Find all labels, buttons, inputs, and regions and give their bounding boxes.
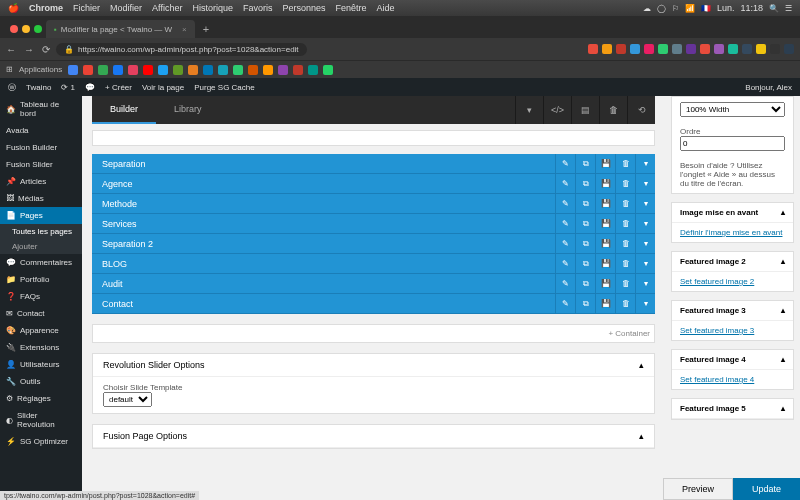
edit-icon[interactable]: ✎ <box>555 214 575 234</box>
sidebar-item-avada[interactable]: Avada <box>0 122 82 139</box>
ext-icon[interactable] <box>672 44 682 54</box>
bookmark-icon[interactable] <box>218 65 228 75</box>
sidebar-item-articles[interactable]: 📌 Articles <box>0 173 82 190</box>
delete-icon[interactable]: 🗑 <box>615 174 635 194</box>
sidebar-item-sgoptimizer[interactable]: ⚡ SG Optimizer <box>0 433 82 450</box>
expand-icon[interactable]: ▾ <box>635 154 655 174</box>
sidebar-item-fusion-builder[interactable]: Fusion Builder <box>0 139 82 156</box>
bookmark-icon[interactable] <box>323 65 333 75</box>
edit-icon[interactable]: ✎ <box>555 254 575 274</box>
sidebar-item-tools[interactable]: 🔧 Outils <box>0 373 82 390</box>
bookmark-icon[interactable] <box>98 65 108 75</box>
bookmark-icon[interactable] <box>203 65 213 75</box>
bookmark-icon[interactable] <box>173 65 183 75</box>
sidebar-item-medias[interactable]: 🖼 Médias <box>0 190 82 207</box>
history-icon[interactable]: ⟲ <box>627 96 655 124</box>
expand-icon[interactable]: ▾ <box>635 274 655 294</box>
order-input[interactable] <box>680 136 785 151</box>
clone-icon[interactable]: ⧉ <box>575 174 595 194</box>
builder-row[interactable]: Separation ✎⧉💾🗑▾ <box>92 154 655 174</box>
wp-purge[interactable]: Purge SG Cache <box>194 83 254 92</box>
delete-icon[interactable]: 🗑 <box>615 214 635 234</box>
set-featured-2-link[interactable]: Set featured image 2 <box>680 277 754 286</box>
sidebar-sub-all-pages[interactable]: Toutes les pages <box>0 224 82 239</box>
ext-icon[interactable] <box>784 44 794 54</box>
ext-icon[interactable] <box>644 44 654 54</box>
bookmark-icon[interactable] <box>248 65 258 75</box>
set-featured-link[interactable]: Définir l'image mise en avant <box>680 228 782 237</box>
address-bar[interactable]: 🔒 https://twaino.com/wp-admin/post.php?p… <box>56 43 307 56</box>
collapse-icon[interactable]: ▴ <box>639 360 644 370</box>
ext-icon[interactable] <box>770 44 780 54</box>
menu-aide[interactable]: Aide <box>377 3 395 13</box>
wp-new[interactable]: + Créer <box>105 83 132 92</box>
menu-icon[interactable]: ☰ <box>785 4 792 13</box>
edit-icon[interactable]: ✎ <box>555 174 575 194</box>
save-icon[interactable]: 💾 <box>595 294 615 314</box>
minimize-window[interactable] <box>22 25 30 33</box>
menu-modifier[interactable]: Modifier <box>110 3 142 13</box>
expand-icon[interactable]: ▾ <box>635 294 655 314</box>
bookmark-apps[interactable]: Applications <box>19 65 62 74</box>
ext-icon[interactable] <box>658 44 668 54</box>
update-button[interactable]: Update <box>733 478 800 500</box>
set-featured-3-link[interactable]: Set featured image 3 <box>680 326 754 335</box>
sidebar-item-users[interactable]: 👤 Utilisateurs <box>0 356 82 373</box>
ext-icon[interactable] <box>616 44 626 54</box>
expand-icon[interactable]: ▾ <box>635 174 655 194</box>
sidebar-sub-add[interactable]: Ajouter <box>0 239 82 254</box>
back-button[interactable]: ← <box>6 44 16 55</box>
new-tab-button[interactable]: + <box>195 20 217 38</box>
clone-icon[interactable]: ⧉ <box>575 214 595 234</box>
sidebar-item-appearance[interactable]: 🎨 Apparence <box>0 322 82 339</box>
ext-icon[interactable] <box>728 44 738 54</box>
save-icon[interactable]: 💾 <box>595 254 615 274</box>
save-icon[interactable]: 💾 <box>595 274 615 294</box>
bookmark-icon[interactable] <box>158 65 168 75</box>
forward-button[interactable]: → <box>24 44 34 55</box>
collapse-icon[interactable]: ▴ <box>639 431 644 441</box>
menu-fichier[interactable]: Fichier <box>73 3 100 13</box>
bookmark-icon[interactable] <box>83 65 93 75</box>
bookmark-icon[interactable] <box>278 65 288 75</box>
wp-site-name[interactable]: Twaino <box>26 83 51 92</box>
menu-favoris[interactable]: Favoris <box>243 3 273 13</box>
reload-button[interactable]: ⟳ <box>42 44 50 55</box>
save-icon[interactable]: 💾 <box>595 234 615 254</box>
ext-icon[interactable] <box>686 44 696 54</box>
save-icon[interactable]: 💾 <box>595 154 615 174</box>
expand-icon[interactable]: ▾ <box>635 234 655 254</box>
edit-icon[interactable]: ✎ <box>555 294 575 314</box>
ext-icon[interactable] <box>756 44 766 54</box>
sidebar-item-comments[interactable]: 💬 Commentaires <box>0 254 82 271</box>
builder-row[interactable]: Contact ✎⧉💾🗑▾ <box>92 294 655 314</box>
bookmark-icon[interactable] <box>308 65 318 75</box>
bookmark-icon[interactable] <box>263 65 273 75</box>
layout-icon[interactable]: ▤ <box>571 96 599 124</box>
edit-icon[interactable]: ✎ <box>555 274 575 294</box>
ext-icon[interactable] <box>742 44 752 54</box>
ext-icon[interactable] <box>630 44 640 54</box>
sidebar-item-contact[interactable]: ✉ Contact <box>0 305 82 322</box>
expand-icon[interactable]: ▾ <box>635 194 655 214</box>
panel-header[interactable]: Revolution Slider Options▴ <box>93 354 654 377</box>
sidebar-item-portfolio[interactable]: 📁 Portfolio <box>0 271 82 288</box>
builder-row[interactable]: Audit ✎⧉💾🗑▾ <box>92 274 655 294</box>
sidebar-item-pages[interactable]: 📄 Pages <box>0 207 82 224</box>
builder-row[interactable]: Services ✎⧉💾🗑▾ <box>92 214 655 234</box>
delete-icon[interactable]: 🗑 <box>615 294 635 314</box>
bookmark-icon[interactable] <box>113 65 123 75</box>
save-icon[interactable]: 💾 <box>595 214 615 234</box>
tab-builder[interactable]: Builder <box>92 96 156 124</box>
ext-icon[interactable] <box>700 44 710 54</box>
panel-header[interactable]: Fusion Page Options▴ <box>93 425 654 448</box>
preview-button[interactable]: Preview <box>663 478 733 500</box>
bookmark-icon[interactable] <box>143 65 153 75</box>
delete-icon[interactable]: 🗑 <box>615 194 635 214</box>
ext-icon[interactable] <box>714 44 724 54</box>
delete-icon[interactable]: 🗑 <box>615 274 635 294</box>
builder-row[interactable]: BLOG ✎⧉💾🗑▾ <box>92 254 655 274</box>
sidebar-item-extensions[interactable]: 🔌 Extensions <box>0 339 82 356</box>
trash-icon[interactable]: 🗑 <box>599 96 627 124</box>
set-featured-4-link[interactable]: Set featured image 4 <box>680 375 754 384</box>
